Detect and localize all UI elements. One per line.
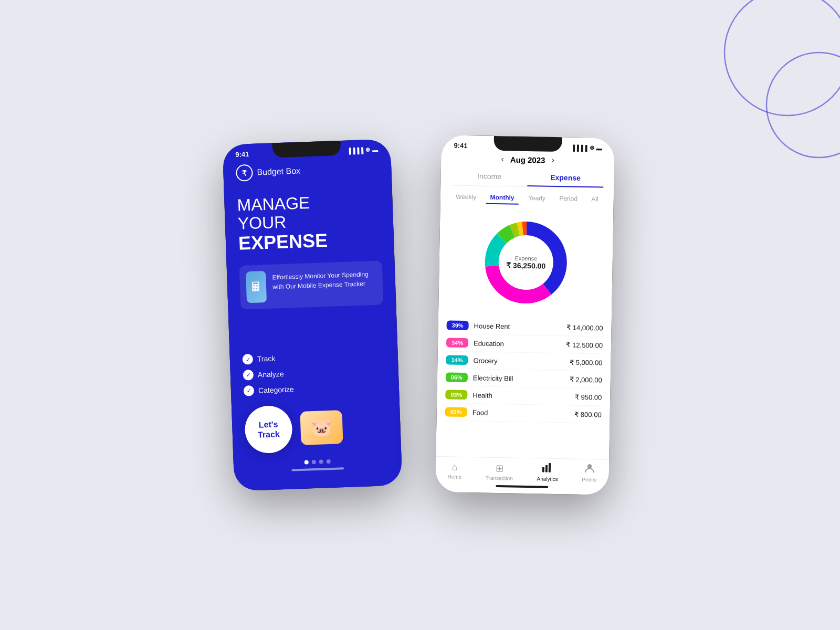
- tab-income[interactable]: Income: [451, 167, 528, 187]
- expense-name-grocery: Grocery: [473, 356, 564, 366]
- expense-name-food: Food: [472, 408, 570, 418]
- feature-card: 🖩 Effortlessly Monitor Your Spending wit…: [239, 260, 384, 309]
- svg-rect-11: [545, 465, 548, 472]
- bg-decoration: [630, 0, 840, 210]
- donut-value: ₹ 36,250.00: [506, 261, 545, 270]
- phone1-time: 9:41: [235, 150, 249, 159]
- phone2-notch: [494, 136, 562, 152]
- expense-item-electricity: 06% Electricity Bill ₹ 2,000.00: [446, 369, 603, 388]
- expense-name-education: Education: [474, 339, 561, 349]
- expense-amount-health: ₹ 950.00: [575, 393, 602, 401]
- tab-period[interactable]: Period: [555, 193, 582, 206]
- analytics-icon: [542, 463, 553, 475]
- check-label-analyze: Analyze: [258, 370, 284, 379]
- next-month-button[interactable]: ›: [551, 155, 554, 165]
- svg-point-0: [724, 0, 840, 116]
- expense-list: 39% House Rent ₹ 14,000.00 34% Education…: [436, 317, 612, 459]
- expense-amount-electricity: ₹ 2,000.00: [570, 375, 602, 384]
- dot-4: [327, 459, 331, 464]
- carousel-dots: [246, 457, 389, 466]
- hero-title: MANAGE YOUR EXPENSE: [237, 191, 382, 254]
- home-indicator-2: [496, 485, 548, 488]
- cta-section: Let's Track 🐷: [244, 402, 388, 454]
- expense-name-health: Health: [472, 391, 570, 401]
- tab-all[interactable]: All: [587, 193, 603, 206]
- phone1-content: ₹ Budget Box MANAGE YOUR EXPENSE 🖩 Effor…: [223, 155, 402, 484]
- expense-item-health: 03% Health ₹ 950.00: [445, 386, 602, 406]
- phone2-content: ‹ Aug 2023 › Income Expense Weekly Month…: [435, 151, 614, 490]
- expense-badge-education: 34%: [446, 338, 468, 348]
- tab-expense[interactable]: Expense: [527, 169, 604, 188]
- expense-amount-rent: ₹ 14,000.00: [566, 323, 603, 332]
- check-label-track: Track: [257, 354, 276, 363]
- svg-rect-12: [549, 463, 551, 472]
- tab-monthly[interactable]: Monthly: [486, 192, 518, 205]
- donut-chart: Expense ₹ 36,250.00: [478, 214, 574, 310]
- check-label-categorize: Categorize: [258, 385, 294, 394]
- profile-icon: [585, 464, 594, 476]
- phone1-signal: ▐▐▐▐ ⊛ ▬: [347, 146, 379, 154]
- check-icon-track: ✓: [243, 354, 254, 365]
- period-tabs: Weekly Monthly Yearly Period All: [440, 185, 614, 212]
- nav-analytics[interactable]: Analytics: [532, 463, 562, 482]
- home-icon: ⌂: [452, 462, 458, 473]
- expense-badge-food: 02%: [445, 407, 467, 417]
- expense-name-electricity: Electricity Bill: [473, 374, 564, 383]
- app-name: Budget Box: [257, 166, 300, 177]
- feature-image: 🖩: [246, 271, 267, 303]
- tab-weekly[interactable]: Weekly: [452, 191, 481, 204]
- expense-badge-electricity: 06%: [446, 372, 468, 382]
- expense-name-rent: House Rent: [474, 322, 561, 331]
- phone2-time: 9:41: [454, 142, 467, 150]
- expense-amount-education: ₹ 12,500.00: [566, 341, 603, 349]
- expense-badge-grocery: 14%: [446, 355, 468, 365]
- expense-amount-grocery: ₹ 5,000.00: [570, 358, 602, 366]
- checklist: ✓ Track ✓ Analyze ✓ Categorize: [243, 349, 387, 396]
- expense-badge-health: 03%: [445, 390, 467, 400]
- lets-track-button[interactable]: Let's Track: [244, 405, 293, 454]
- check-item-categorize: ✓ Categorize: [244, 381, 387, 396]
- expense-item-food: 02% Food ₹ 800.00: [445, 403, 602, 423]
- bottom-nav: ⌂ Home ⊞ Transection: [435, 456, 609, 485]
- nav-home[interactable]: ⌂ Home: [443, 461, 466, 480]
- phones-container: 9:41 ▐▐▐▐ ⊛ ▬ ₹ Budget Box MA: [228, 136, 612, 494]
- nav-profile[interactable]: Profile: [578, 464, 601, 483]
- month-label: Aug 2023: [510, 155, 545, 164]
- expense-item-education: 34% Education ₹ 12,500.00: [446, 334, 603, 354]
- svg-point-1: [766, 52, 840, 158]
- phone2-shell: 9:41 ▐▐▐▐ ⊛ ▬ ‹ Aug 2023 › Income Expens: [435, 135, 615, 495]
- rupee-icon: ₹: [236, 164, 253, 182]
- donut-chart-container: Expense ₹ 36,250.00: [438, 208, 614, 320]
- check-item-analyze: ✓ Analyze: [243, 365, 386, 380]
- svg-rect-10: [542, 467, 544, 472]
- phone2-screen: 9:41 ▐▐▐▐ ⊛ ▬ ‹ Aug 2023 › Income Expens: [435, 135, 615, 495]
- svg-point-13: [587, 464, 592, 468]
- donut-center: Expense ₹ 36,250.00: [506, 255, 546, 270]
- transaction-icon: ⊞: [495, 463, 503, 474]
- check-icon-analyze: ✓: [243, 370, 254, 381]
- piggy-illustration: 🐷: [300, 410, 343, 445]
- check-icon-categorize: ✓: [244, 385, 255, 396]
- tab-yearly[interactable]: Yearly: [524, 192, 550, 205]
- income-expense-tabs: Income Expense: [451, 167, 604, 188]
- feature-text: Effortlessly Monitor Your Spending with …: [272, 267, 376, 292]
- prev-month-button[interactable]: ‹: [501, 154, 504, 164]
- expense-item-rent: 39% House Rent ₹ 14,000.00: [446, 317, 603, 337]
- app-header: ₹ Budget Box: [236, 160, 379, 181]
- expense-badge-rent: 39%: [446, 320, 468, 330]
- phone1-screen: 9:41 ▐▐▐▐ ⊛ ▬ ₹ Budget Box MA: [223, 139, 403, 491]
- nav-transaction[interactable]: ⊞ Transection: [481, 462, 517, 481]
- expense-item-grocery: 14% Grocery ₹ 5,000.00: [446, 351, 603, 371]
- phone1-notch: [272, 141, 341, 158]
- dot-2: [312, 460, 316, 464]
- dot-1: [304, 460, 309, 464]
- dot-3: [319, 459, 323, 464]
- phone1-shell: 9:41 ▐▐▐▐ ⊛ ▬ ₹ Budget Box MA: [223, 139, 403, 491]
- home-indicator-1: [291, 467, 344, 471]
- phone2-signal: ▐▐▐▐ ⊛ ▬: [571, 144, 602, 151]
- expense-amount-food: ₹ 800.00: [574, 410, 602, 418]
